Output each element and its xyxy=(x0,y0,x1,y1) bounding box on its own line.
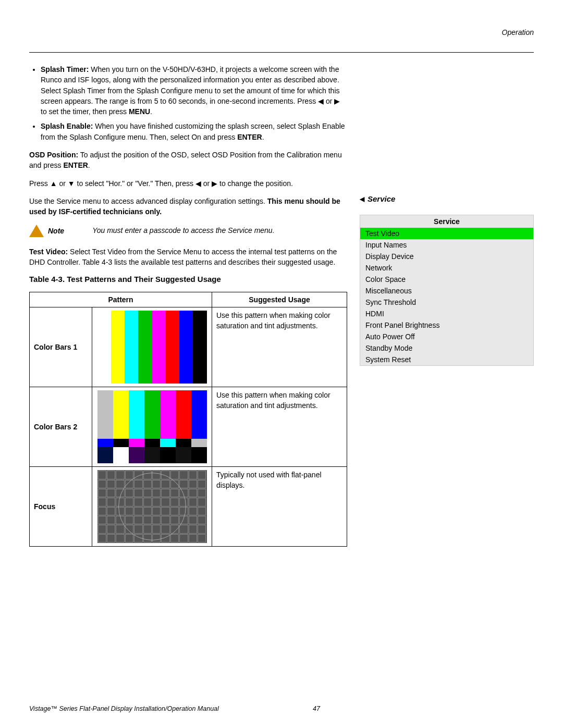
press-instructions: Press ▲ or ▼ to select "Hor." or "Ver." … xyxy=(29,178,347,189)
pattern-usage: Typically not used with flat-panel displ… xyxy=(212,467,347,547)
service-item-display-device[interactable]: Display Device xyxy=(360,251,533,262)
note-text: You must enter a passcode to access the … xyxy=(92,225,347,236)
th-usage: Suggested Usage xyxy=(212,292,347,307)
note-label: Note xyxy=(48,227,64,235)
splash-bullets: Splash Timer: When you turn on the V-50H… xyxy=(29,64,347,142)
table-row: Focus T xyxy=(30,467,347,547)
pattern-image-cell xyxy=(92,387,212,467)
service-item-auto-power-off[interactable]: Auto Power Off xyxy=(360,331,533,342)
divider-top xyxy=(29,52,534,53)
pattern-usage: Use this pattern when making color satur… xyxy=(212,307,347,387)
pattern-image-cell xyxy=(92,307,212,387)
note-block: Note You must enter a passcode to access… xyxy=(29,225,347,237)
footer: Vistage™ Series Flat-Panel Display Insta… xyxy=(29,705,534,712)
focus-circle-icon xyxy=(118,473,186,540)
test-patterns-table: Pattern Suggested Usage Color Bars 1 xyxy=(29,292,347,547)
service-item-test-video[interactable]: Test Video xyxy=(360,228,533,239)
service-item-sync-threshold[interactable]: Sync Threshold xyxy=(360,297,533,308)
color-bars-1-swatch xyxy=(97,311,207,384)
service-menu: Service Test Video Input Names Display D… xyxy=(360,215,534,366)
pattern-usage: Use this pattern when making color satur… xyxy=(212,387,347,467)
pattern-name: Color Bars 1 xyxy=(30,307,92,387)
service-item-hdmi[interactable]: HDMI xyxy=(360,308,533,319)
pattern-name: Focus xyxy=(30,467,92,547)
service-item-network[interactable]: Network xyxy=(360,262,533,274)
main-content: Splash Timer: When you turn on the V-50H… xyxy=(29,64,347,547)
header-section: Operation xyxy=(29,28,534,36)
service-heading: Service xyxy=(360,194,534,203)
warning-triangle-icon xyxy=(29,225,44,237)
color-bars-2-swatch xyxy=(97,390,207,463)
footer-title: Vistage™ Series Flat-Panel Display Insta… xyxy=(29,705,219,712)
service-item-standby-mode[interactable]: Standby Mode xyxy=(360,342,533,354)
focus-swatch xyxy=(97,470,207,543)
service-item-color-space[interactable]: Color Space xyxy=(360,274,533,285)
pattern-image-cell xyxy=(92,467,212,547)
service-menu-title: Service xyxy=(360,215,533,228)
osd-position-para: OSD Position: To adjust the position of … xyxy=(29,150,347,171)
sidebar: Service Service Test Video Input Names D… xyxy=(360,64,534,547)
th-pattern: Pattern xyxy=(30,292,212,307)
service-item-front-panel-brightness[interactable]: Front Panel Brightness xyxy=(360,319,533,331)
service-item-miscellaneous[interactable]: Miscellaneous xyxy=(360,285,533,297)
test-video-para: Test Video: Select Test Video from the S… xyxy=(29,246,347,268)
table-row: Color Bars 1 xyxy=(30,307,347,387)
bullet-splash-timer: Splash Timer: When you turn on the V-50H… xyxy=(41,64,347,117)
service-item-input-names[interactable]: Input Names xyxy=(360,239,533,251)
service-intro: Use the Service menu to access advanced … xyxy=(29,196,347,217)
service-item-system-reset[interactable]: System Reset xyxy=(360,354,533,365)
table-caption: Table 4-3. Test Patterns and Their Sugge… xyxy=(29,275,347,283)
page-number: 47 xyxy=(313,705,320,712)
bullet-splash-enable: Splash Enable: When you have finished cu… xyxy=(41,121,347,142)
pattern-name: Color Bars 2 xyxy=(30,387,92,467)
table-row: Color Bars 2 xyxy=(30,387,347,467)
